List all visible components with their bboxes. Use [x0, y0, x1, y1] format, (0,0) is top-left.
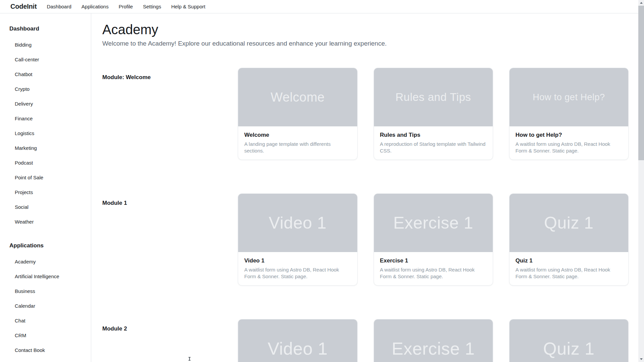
- card-title: Quiz 1: [516, 257, 622, 265]
- module-row: Module 2 Video 1 Exercise 1 Quiz 1: [102, 319, 629, 362]
- sidebar-item-finance[interactable]: Finance: [0, 111, 91, 126]
- card-body: Welcome A landing page template with dif…: [238, 126, 357, 160]
- card-description: A waitlist form using Astro DB, React Ho…: [516, 141, 622, 154]
- card-body: Rules and Tips A reproduction of Starlog…: [374, 126, 493, 160]
- arrow-up-icon: [640, 2, 643, 4]
- sidebar-section-items: AcademyArtificial IntelligenceBusinessCa…: [0, 254, 91, 357]
- course-card-how-to-get-help[interactable]: How to get Help? How to get Help? A wait…: [509, 68, 629, 160]
- top-nav: CodeInit DashboardApplicationsProfileSet…: [0, 0, 644, 13]
- course-card-quiz-1[interactable]: Quiz 1 Quiz 1 A waitlist form using Astr…: [509, 193, 629, 286]
- scroll-up-button[interactable]: [638, 0, 644, 6]
- module-label-module-2: Module 2: [102, 325, 222, 362]
- nav-item-settings[interactable]: Settings: [143, 4, 161, 9]
- sidebar-item-call-center[interactable]: Call-center: [0, 52, 91, 67]
- card-title: Video 1: [244, 257, 351, 265]
- page-title: Academy: [102, 21, 629, 38]
- card-placeholder-image: Rules and Tips: [374, 68, 493, 126]
- sidebar-section-title-dashboard: Dashboard: [0, 25, 91, 33]
- course-card-rules-and-tips[interactable]: Rules and Tips Rules and Tips A reproduc…: [374, 68, 493, 160]
- sidebar-item-weather[interactable]: Weather: [0, 214, 91, 229]
- arrow-down-icon: [640, 358, 643, 360]
- page-subtitle: Welcome to the Academy! Explore our educ…: [102, 39, 629, 48]
- sidebar-section-title-applications: Applications: [0, 242, 91, 250]
- card-description: A reproduction of Starlog template with …: [380, 141, 487, 154]
- course-card-exercise-1[interactable]: Exercise 1 Exercise 1 A waitlist form us…: [374, 193, 493, 286]
- sidebar-section: Applications AcademyArtificial Intellige…: [0, 242, 91, 357]
- sidebar-item-business[interactable]: Business: [0, 284, 91, 298]
- sidebar-item-artificial-intelligence[interactable]: Artificial Intelligence: [0, 269, 91, 284]
- course-card-quiz-1[interactable]: Quiz 1: [509, 319, 629, 362]
- card-placeholder-image: Quiz 1: [509, 194, 628, 252]
- sidebar-section: Dashboard BiddingCall-centerChatbotCrypt…: [0, 25, 91, 229]
- page-layout: Dashboard BiddingCall-centerChatbotCrypt…: [0, 13, 644, 362]
- card-body: Exercise 1 A waitlist form using Astro D…: [374, 252, 493, 285]
- module-row: Module 1 Video 1 Video 1 A waitlist form…: [102, 193, 629, 286]
- sidebar-item-chat[interactable]: Chat: [0, 313, 91, 328]
- card-placeholder-image: Welcome: [238, 68, 357, 126]
- card-placeholder-image: How to get Help?: [509, 68, 628, 126]
- sidebar-item-contact-book[interactable]: Contact Book: [0, 343, 91, 357]
- sidebar: Dashboard BiddingCall-centerChatbotCrypt…: [0, 13, 91, 362]
- card-placeholder-image: Video 1: [238, 194, 357, 252]
- module-label-module-welcome: Module: Welcome: [102, 73, 222, 154]
- module-label-module-1: Module 1: [102, 199, 222, 280]
- course-card-video-1[interactable]: Video 1 Video 1 A waitlist form using As…: [238, 193, 357, 286]
- scrollbar-thumb[interactable]: [638, 6, 644, 160]
- card-placeholder-image: Quiz 1: [509, 319, 628, 362]
- scroll-down-button[interactable]: [638, 356, 644, 362]
- top-nav-menu: DashboardApplicationsProfileSettingsHelp…: [47, 4, 205, 9]
- card-placeholder-image: Exercise 1: [374, 319, 493, 362]
- card-description: A waitlist form using Astro DB, React Ho…: [380, 266, 487, 280]
- card-body: How to get Help? A waitlist form using A…: [509, 126, 628, 160]
- sidebar-item-projects[interactable]: Projects: [0, 185, 91, 199]
- vertical-scrollbar[interactable]: [638, 0, 644, 362]
- nav-item-applications[interactable]: Applications: [82, 4, 109, 9]
- brand-logo[interactable]: CodeInit: [10, 3, 37, 10]
- card-placeholder-image: Video 1: [238, 319, 357, 362]
- nav-item-help-support[interactable]: Help & Support: [171, 4, 205, 9]
- card-body: Quiz 1 A waitlist form using Astro DB, R…: [509, 252, 628, 285]
- card-title: Exercise 1: [380, 257, 487, 265]
- nav-item-profile[interactable]: Profile: [119, 4, 133, 9]
- sidebar-item-chatbot[interactable]: Chatbot: [0, 67, 91, 81]
- card-description: A waitlist form using Astro DB, React Ho…: [244, 266, 351, 280]
- card-title: Welcome: [244, 131, 351, 139]
- text-cursor: [189, 357, 190, 361]
- card-body: Video 1 A waitlist form using Astro DB, …: [238, 252, 357, 285]
- sidebar-item-academy[interactable]: Academy: [0, 254, 91, 269]
- course-card-exercise-1[interactable]: Exercise 1: [374, 319, 493, 362]
- sidebar-item-crypto[interactable]: Crypto: [0, 81, 91, 96]
- sidebar-item-delivery[interactable]: Delivery: [0, 96, 91, 111]
- sidebar-item-point-of-sale[interactable]: Point of Sale: [0, 170, 91, 185]
- sidebar-item-logistics[interactable]: Logistics: [0, 126, 91, 140]
- sidebar-item-marketing[interactable]: Marketing: [0, 140, 91, 155]
- sidebar-item-bidding[interactable]: Bidding: [0, 37, 91, 52]
- course-card-video-1[interactable]: Video 1: [238, 319, 357, 362]
- card-title: How to get Help?: [516, 131, 622, 139]
- card-description: A landing page template with differents …: [244, 141, 351, 154]
- main-content: Academy Welcome to the Academy! Explore …: [91, 13, 644, 362]
- module-row: Module: Welcome Welcome Welcome A landin…: [102, 68, 629, 160]
- card-description: A waitlist form using Astro DB, React Ho…: [516, 266, 622, 280]
- sidebar-item-social[interactable]: Social: [0, 199, 91, 214]
- course-card-welcome[interactable]: Welcome Welcome A landing page template …: [238, 68, 357, 160]
- modules-list: Module: Welcome Welcome Welcome A landin…: [102, 68, 629, 362]
- sidebar-item-crm[interactable]: CRM: [0, 328, 91, 343]
- sidebar-item-podcast[interactable]: Podcast: [0, 155, 91, 170]
- sidebar-item-calendar[interactable]: Calendar: [0, 298, 91, 313]
- sidebar-section-items: BiddingCall-centerChatbotCryptoDeliveryF…: [0, 37, 91, 229]
- card-placeholder-image: Exercise 1: [374, 194, 493, 252]
- card-title: Rules and Tips: [380, 131, 487, 139]
- nav-item-dashboard[interactable]: Dashboard: [47, 4, 71, 9]
